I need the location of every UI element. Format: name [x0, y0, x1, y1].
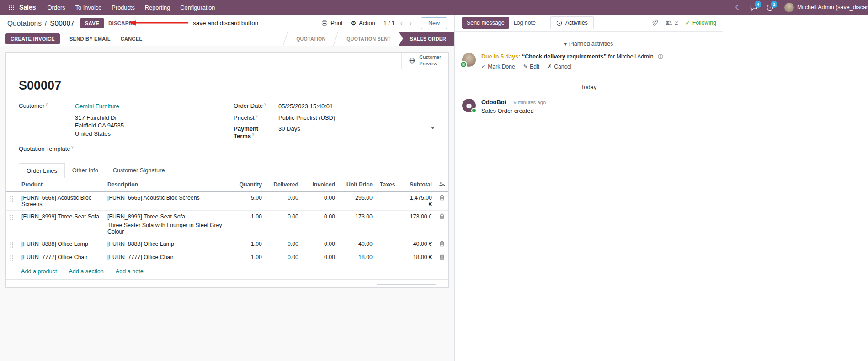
print-button[interactable]: Print	[321, 20, 342, 27]
add-product-link[interactable]: Add a product	[21, 268, 57, 275]
cancel-activity-button[interactable]: ✗ Cancel	[548, 64, 571, 70]
delivered-cell[interactable]: 0.00	[266, 251, 302, 264]
drag-handle[interactable]	[6, 251, 18, 264]
drag-handle[interactable]	[6, 238, 18, 251]
order-line-row[interactable]: [FURN_8999] Three-Seat Sofa [FURN_8999] …	[6, 210, 448, 238]
description-cell[interactable]: [FURN_8999] Three-Seat Sofa Three Seater…	[104, 210, 227, 238]
discard-button[interactable]: DISCARD	[104, 18, 137, 28]
unit-price-cell[interactable]: 40.00	[339, 238, 376, 251]
customer-link[interactable]: Gemini Furniture	[75, 103, 119, 110]
save-button[interactable]: SAVE	[80, 18, 104, 28]
description-cell[interactable]: [FURN_7777] Office Chair	[104, 251, 227, 264]
invoiced-cell[interactable]: 0.00	[302, 251, 339, 264]
invoiced-cell[interactable]: 0.00	[302, 191, 339, 210]
quantity-cell[interactable]: 1.00	[227, 251, 266, 264]
quotation-template-field[interactable]: Quotation Template?	[19, 145, 234, 152]
apps-menu-button[interactable]	[5, 5, 18, 10]
taxes-cell[interactable]	[376, 238, 405, 251]
stage-quotation-sent[interactable]: QUOTATION SENT	[339, 32, 399, 46]
tab-customer-signature[interactable]: Customer Signature	[106, 163, 172, 178]
form-sheet: S00007 Customer? Gemini Furniture 317 Fa…	[6, 69, 448, 157]
notebook-tabs: Order Lines Other Info Customer Signatur…	[6, 163, 448, 178]
delete-line-button[interactable]	[436, 251, 448, 264]
messages-button[interactable]: 4	[746, 0, 762, 15]
invoiced-cell[interactable]: 0.00	[302, 210, 339, 238]
quantity-cell[interactable]: 1.00	[227, 238, 266, 251]
date-divider-label: Today	[581, 84, 596, 90]
attach-files-button[interactable]	[651, 19, 658, 27]
edit-activity-button[interactable]: ✎ Edit	[523, 64, 539, 70]
pricelist-field: Pricelist? Public Pricelist (USD)	[234, 114, 436, 121]
order-date-value[interactable]: 05/25/2023 15:40:01	[278, 103, 333, 110]
add-note-link[interactable]: Add a note	[116, 268, 144, 275]
activity-info-button[interactable]	[658, 54, 663, 59]
menu-orders[interactable]: Orders	[43, 0, 70, 15]
dark-mode-toggle[interactable]: ☾	[731, 0, 746, 15]
menu-to-invoice[interactable]: To Invoice	[70, 0, 107, 15]
customer-preview-line2: Preview	[419, 61, 437, 66]
unit-price-cell[interactable]: 18.00	[339, 251, 376, 264]
menu-configuration[interactable]: Configuration	[175, 0, 220, 15]
product-cell[interactable]: [FURN_8888] Office Lamp	[18, 238, 104, 251]
delete-line-button[interactable]	[436, 238, 448, 251]
drag-handle[interactable]	[6, 191, 18, 210]
delete-line-button[interactable]	[436, 191, 448, 210]
mark-done-button[interactable]: ✓ Mark Done	[481, 64, 515, 70]
add-section-link[interactable]: Add a section	[69, 268, 103, 275]
delivered-cell[interactable]: 0.00	[266, 210, 302, 238]
unit-price-cell[interactable]: 173.00	[339, 210, 376, 238]
dropdown-caret-icon[interactable]	[431, 127, 435, 129]
send-by-email-button[interactable]: SEND BY EMAIL	[64, 33, 116, 44]
invoiced-cell[interactable]: 0.00	[302, 238, 339, 251]
description-cell[interactable]: [FURN_8888] Office Lamp	[104, 238, 227, 251]
log-note-button[interactable]: Log note	[509, 17, 540, 29]
delete-line-button[interactable]	[436, 210, 448, 238]
taxes-cell[interactable]	[376, 210, 405, 238]
taxes-cell[interactable]	[376, 251, 405, 264]
activities-button[interactable]: Activities	[550, 16, 594, 29]
create-invoice-button[interactable]: CREATE INVOICE	[5, 33, 60, 44]
unit-price-header: Unit Price	[339, 178, 376, 192]
payment-terms-input[interactable]: 30 Days	[278, 125, 436, 133]
info-icon	[658, 54, 663, 59]
breadcrumb-quotations-link[interactable]: Quotations	[7, 19, 42, 27]
planned-activities-toggle[interactable]: ▾Planned activities	[459, 41, 718, 47]
tab-other-info[interactable]: Other Info	[65, 163, 106, 178]
order-line-row[interactable]: [FURN_6666] Acoustic Bloc Screens [FURN_…	[6, 191, 448, 210]
stage-quotation[interactable]: QUOTATION	[288, 32, 333, 46]
status-pipeline: QUOTATION QUOTATION SENT SALES ORDER	[283, 32, 454, 46]
taxes-cell[interactable]	[376, 191, 405, 210]
tab-order-lines[interactable]: Order Lines	[19, 163, 65, 178]
quantity-cell[interactable]: 5.00	[227, 191, 266, 210]
menu-reporting[interactable]: Reporting	[140, 0, 176, 15]
pricelist-value[interactable]: Public Pricelist (USD)	[278, 114, 335, 121]
delivered-cell[interactable]: 0.00	[266, 238, 302, 251]
stage-separator	[283, 32, 288, 46]
user-menu[interactable]: Mitchell Admin (save_discar	[778, 0, 868, 15]
delivered-cell[interactable]: 0.00	[266, 191, 302, 210]
new-button[interactable]: New	[421, 17, 447, 29]
pencil-icon: ✎	[523, 64, 527, 69]
product-cell[interactable]: [FURN_8999] Three-Seat Sofa	[18, 210, 104, 238]
send-message-button[interactable]: Send message	[462, 17, 509, 29]
unit-price-cell[interactable]: 295.00	[339, 191, 376, 210]
description-cell[interactable]: [FURN_6666] Acoustic Bloc Screens	[104, 191, 227, 210]
drag-handle[interactable]	[6, 210, 18, 238]
customer-preview-button[interactable]: Customer Preview	[401, 53, 448, 69]
stage-sales-order[interactable]: SALES ORDER	[399, 32, 454, 46]
quantity-cell[interactable]: 1.00	[227, 210, 266, 238]
order-line-row[interactable]: [FURN_7777] Office Chair [FURN_7777] Off…	[6, 251, 448, 264]
activities-systray-button[interactable]: 2	[762, 0, 778, 15]
pager-previous-button[interactable]: ‹	[399, 19, 404, 27]
app-name[interactable]: Sales	[19, 4, 36, 11]
optional-columns-button[interactable]	[436, 178, 448, 192]
followers-button[interactable]: 2	[665, 20, 678, 26]
menu-products[interactable]: Products	[107, 0, 140, 15]
pager-next-button[interactable]: ›	[408, 19, 413, 27]
product-cell[interactable]: [FURN_6666] Acoustic Bloc Screens	[18, 191, 104, 210]
cancel-order-button[interactable]: CANCEL	[116, 33, 148, 44]
following-button[interactable]: ✓ Following	[685, 20, 716, 27]
action-button[interactable]: ⚙ Action	[351, 20, 375, 27]
product-cell[interactable]: [FURN_7777] Office Chair	[18, 251, 104, 264]
order-line-row[interactable]: [FURN_8888] Office Lamp [FURN_8888] Offi…	[6, 238, 448, 251]
